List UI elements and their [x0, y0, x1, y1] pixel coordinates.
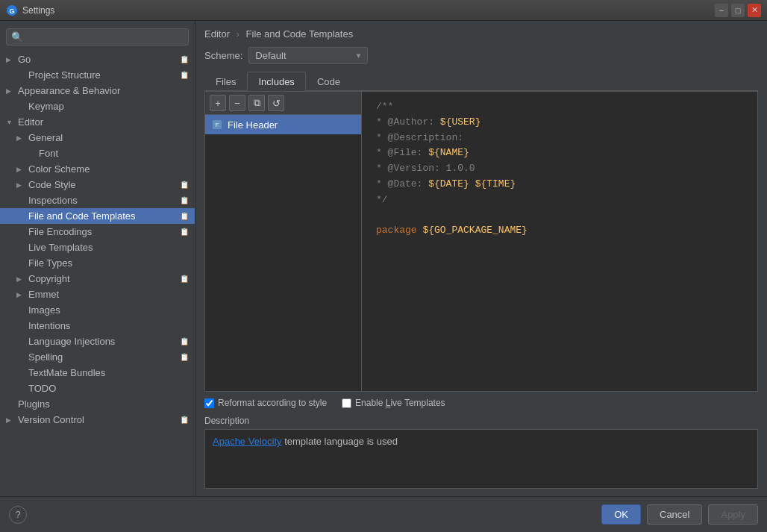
arrow-version-control	[6, 416, 16, 424]
sidebar-label-copyright: Copyright	[28, 273, 70, 284]
live-templates-checkbox[interactable]	[342, 398, 351, 408]
arrow-appearance	[6, 87, 16, 95]
window-title: Settings	[22, 5, 715, 16]
sidebar-label-intentions: Intentions	[28, 320, 70, 331]
template-list: + − ⧉ ↺ F File Header	[205, 92, 362, 391]
apache-velocity-link[interactable]: Apache Velocity	[213, 436, 282, 447]
arrow-copyright	[16, 275, 27, 283]
scheme-row: Scheme: Default Project ▼	[204, 47, 758, 64]
ok-button[interactable]: OK	[601, 504, 641, 525]
sidebar-item-go[interactable]: Go📋	[0, 51, 195, 67]
maximize-button[interactable]: □	[731, 4, 745, 17]
copy-icon-version-control: 📋	[180, 416, 189, 424]
code-editor[interactable]: /** * @Author: ${USER} * @Description: *…	[366, 92, 757, 391]
search-box[interactable]: 🔍	[6, 28, 189, 46]
sidebar-label-color-scheme: Color Scheme	[28, 163, 90, 175]
code-var-package: ${GO_PACKAGE_NAME}	[422, 225, 527, 236]
copy-template-button[interactable]: ⧉	[248, 95, 265, 111]
footer-left: ?	[9, 506, 27, 524]
arrow-color-scheme	[16, 166, 27, 173]
code-var-time: ${TIME}	[475, 178, 516, 190]
sidebar-item-language-injections[interactable]: Language Injections📋	[0, 334, 195, 349]
sidebar-item-code-style[interactable]: Code Style📋	[0, 177, 195, 193]
sidebar-item-file-and-code-templates[interactable]: File and Code Templates📋	[0, 208, 195, 224]
arrow-go	[6, 56, 16, 63]
copy-icon-go: 📋	[180, 55, 189, 63]
minimize-button[interactable]: −	[715, 4, 728, 17]
sidebar-label-language-injections: Language Injections	[28, 336, 115, 347]
template-item-file-header[interactable]: F File Header	[205, 115, 361, 134]
live-templates-option[interactable]: Enable Live Templates	[342, 398, 445, 408]
reformat-label: Reformat according to style	[218, 398, 327, 408]
sidebar-item-keymap[interactable]: Keymap	[0, 98, 195, 114]
sidebar-item-editor[interactable]: Editor	[0, 114, 195, 130]
code-var-date: ${DATE}	[428, 178, 469, 190]
sidebar-label-inspections: Inspections	[28, 195, 78, 206]
tab-files[interactable]: Files	[204, 72, 247, 91]
sidebar-item-font[interactable]: Font	[0, 145, 195, 161]
reformat-option[interactable]: Reformat according to style	[204, 398, 327, 408]
sidebar-tree: Go📋Project Structure📋Appearance & Behavi…	[0, 51, 195, 428]
sidebar-item-todo[interactable]: TODO	[0, 381, 195, 396]
sidebar-item-inspections[interactable]: Inspections📋	[0, 193, 195, 208]
template-item-label: File Header	[228, 119, 278, 131]
code-line-4: * @File: ${NAME}	[376, 145, 747, 161]
sidebar-item-intentions[interactable]: Intentions	[0, 318, 195, 334]
sidebar-item-file-encodings[interactable]: File Encodings📋	[0, 224, 195, 240]
scheme-select[interactable]: Default Project	[248, 47, 368, 64]
remove-template-button[interactable]: −	[229, 95, 245, 111]
copy-icon-inspections: 📋	[180, 196, 189, 204]
apply-button[interactable]: Apply	[708, 504, 758, 525]
bottom-options: Reformat according to style Enable Live …	[204, 392, 758, 413]
sidebar-item-spelling[interactable]: Spelling📋	[0, 349, 195, 365]
content-area: Editor › File and Code Templates Scheme:…	[195, 21, 767, 496]
breadcrumb: Editor › File and Code Templates	[204, 28, 758, 40]
copy-icon-code-style: 📋	[180, 181, 189, 189]
code-line-8	[376, 208, 747, 224]
sidebar-label-go: Go	[18, 54, 31, 65]
sidebar-item-project-structure[interactable]: Project Structure📋	[0, 67, 195, 83]
tabs-bar: Files Includes Code	[204, 72, 758, 91]
sidebar-item-textmate-bundles[interactable]: TextMate Bundles	[0, 365, 195, 381]
sidebar-item-appearance[interactable]: Appearance & Behavior	[0, 83, 195, 98]
code-keyword-package: package	[376, 225, 417, 236]
sidebar-label-keymap: Keymap	[28, 101, 64, 112]
sidebar-item-version-control[interactable]: Version Control📋	[0, 412, 195, 428]
sidebar-label-file-encodings: File Encodings	[28, 226, 92, 237]
sidebar-item-images[interactable]: Images	[0, 302, 195, 318]
search-icon: 🔍	[11, 31, 23, 43]
sidebar-item-file-types[interactable]: File Types	[0, 255, 195, 271]
description-rest-text: template language is used	[282, 436, 398, 447]
arrow-emmet	[16, 291, 27, 298]
cancel-button[interactable]: Cancel	[647, 504, 702, 525]
code-line-3: * @Description:	[376, 131, 747, 146]
close-button[interactable]: ✕	[748, 4, 761, 17]
sidebar-item-plugins[interactable]: Plugins	[0, 396, 195, 412]
tab-includes[interactable]: Includes	[247, 72, 305, 91]
sidebar-item-emmet[interactable]: Emmet	[0, 287, 195, 302]
svg-text:G: G	[9, 7, 14, 15]
copy-icon-language-injections: 📋	[180, 337, 189, 345]
help-button[interactable]: ?	[9, 506, 27, 524]
window-controls: − □ ✕	[715, 4, 761, 17]
sidebar-label-file-and-code-templates: File and Code Templates	[28, 210, 136, 222]
svg-text:F: F	[216, 122, 219, 128]
code-line-5: * @Version: 1.0.0	[376, 161, 747, 177]
description-section: Description Apache Velocity template lan…	[204, 416, 758, 489]
footer: ? OK Cancel Apply	[0, 496, 767, 532]
app-icon: G	[6, 4, 18, 16]
scheme-select-wrap: Default Project ▼	[248, 47, 368, 64]
sidebar-label-general: General	[28, 132, 63, 143]
sidebar-label-version-control: Version Control	[18, 414, 84, 425]
tab-code[interactable]: Code	[306, 72, 351, 91]
search-input[interactable]	[26, 32, 184, 43]
sidebar-label-plugins: Plugins	[18, 398, 50, 410]
sidebar-item-general[interactable]: General	[0, 130, 195, 145]
reset-template-button[interactable]: ↺	[268, 95, 284, 111]
sidebar-item-live-templates[interactable]: Live Templates	[0, 240, 195, 255]
add-template-button[interactable]: +	[210, 95, 226, 111]
reformat-checkbox[interactable]	[204, 398, 214, 408]
sidebar-item-copyright[interactable]: Copyright📋	[0, 271, 195, 287]
title-bar: G Settings − □ ✕	[0, 0, 767, 21]
sidebar-item-color-scheme[interactable]: Color Scheme	[0, 161, 195, 177]
